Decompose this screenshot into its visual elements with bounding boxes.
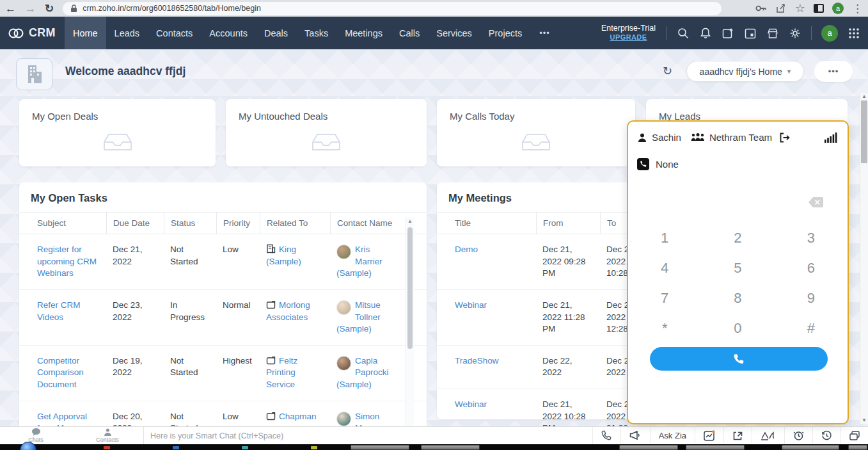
marketplace-icon[interactable] xyxy=(766,27,779,40)
browser-profile-avatar[interactable]: a xyxy=(832,3,844,14)
scroll-up-arrow[interactable]: ▲ xyxy=(406,218,414,224)
tab-accounts[interactable]: Accounts xyxy=(201,17,256,49)
browser-forward-button[interactable]: → xyxy=(25,3,36,14)
dial-key-6[interactable]: 6 xyxy=(775,253,848,283)
scrollbar-thumb[interactable] xyxy=(407,227,413,349)
tab-meetings[interactable]: Meetings xyxy=(336,17,391,49)
settings-gear-icon[interactable] xyxy=(789,27,801,40)
deal-briefcase-icon xyxy=(266,300,276,309)
dial-key-1[interactable]: 1 xyxy=(628,223,701,253)
task-subject-link[interactable]: Competitor Comparison Document xyxy=(37,356,84,389)
search-icon[interactable] xyxy=(677,27,690,40)
call-status-phone-icon xyxy=(637,158,649,170)
dial-key-5[interactable]: 5 xyxy=(701,253,774,283)
zia-signature-button[interactable] xyxy=(752,427,784,445)
share-icon[interactable] xyxy=(775,3,787,14)
tab-leads[interactable]: Leads xyxy=(106,17,148,49)
contact-avatar xyxy=(336,412,351,426)
dial-key-star[interactable]: * xyxy=(628,313,701,343)
call-button[interactable] xyxy=(650,347,828,371)
card-my-open-tasks: My Open Tasks Subject Due Date Status Pr… xyxy=(19,182,427,426)
card-title: My Untouched Deals xyxy=(226,99,427,122)
dial-key-hash[interactable]: # xyxy=(775,313,848,343)
scroll-down-arrow[interactable]: ▼ xyxy=(860,417,868,423)
tab-calls[interactable]: Calls xyxy=(391,17,428,49)
meeting-from: Dec 21, 2022 09:28 PM xyxy=(536,234,600,289)
task-subject-link[interactable]: Refer CRM Videos xyxy=(37,300,81,322)
taskbar-icon[interactable] xyxy=(311,446,317,449)
tab-contacts[interactable]: Contacts xyxy=(148,17,201,49)
meeting-title-link[interactable]: Demo xyxy=(455,245,478,254)
task-related-link[interactable]: Chapman xyxy=(279,412,317,421)
taskbar-icon[interactable] xyxy=(104,446,110,449)
taskbar-icon[interactable] xyxy=(242,446,248,449)
scrollbar-thumb[interactable] xyxy=(861,100,867,163)
announcements-button[interactable] xyxy=(620,427,650,445)
browser-reload-button[interactable]: ↻ xyxy=(45,3,54,14)
trial-badge: Enterprise-Trial UPGRADE xyxy=(601,24,656,42)
taskbar-app-button[interactable] xyxy=(848,445,867,450)
ask-zia-button[interactable]: Ask Zia xyxy=(650,427,695,445)
refresh-icon[interactable]: ↻ xyxy=(663,64,672,78)
meeting-title-link[interactable]: Webinar xyxy=(455,399,487,409)
zoho-logo-icon xyxy=(8,27,24,40)
user-avatar[interactable]: a xyxy=(821,25,838,42)
tab-deals[interactable]: Deals xyxy=(256,17,296,49)
taskbar-app-button[interactable] xyxy=(782,445,839,450)
dial-key-8[interactable]: 8 xyxy=(701,283,774,313)
browser-menu-icon[interactable]: ⋮ xyxy=(852,3,863,14)
zoho-crm-logo[interactable]: CRM xyxy=(0,17,65,49)
tasks-scrollbar[interactable]: ▲ xyxy=(406,217,414,426)
analytics-button[interactable] xyxy=(695,427,723,445)
dial-key-4[interactable]: 4 xyxy=(628,253,701,283)
meeting-title-link[interactable]: Webinar xyxy=(455,300,487,310)
dial-key-7[interactable]: 7 xyxy=(628,283,701,313)
screen-share-button[interactable] xyxy=(723,427,752,445)
quick-create-icon[interactable] xyxy=(722,27,734,40)
calendar-icon[interactable] xyxy=(744,27,757,40)
tab-projects[interactable]: Projects xyxy=(480,17,530,49)
task-subject-link[interactable]: Register for upcoming CRM Webinars xyxy=(37,245,97,278)
tab-tasks[interactable]: Tasks xyxy=(296,17,336,49)
contact-avatar xyxy=(336,245,351,259)
backspace-icon[interactable] xyxy=(809,197,823,207)
dial-key-0[interactable]: 0 xyxy=(701,313,774,343)
taskbar-app-button[interactable] xyxy=(351,445,409,450)
tab-home[interactable]: Home xyxy=(65,17,106,49)
windows-stack-button[interactable] xyxy=(840,427,868,445)
scroll-up-arrow[interactable]: ▲ xyxy=(860,93,868,99)
tasks-table-header: Subject Due Date Status Priority Related… xyxy=(19,212,427,234)
taskbar-app-button[interactable] xyxy=(619,445,678,450)
side-panel-icon[interactable] xyxy=(814,4,824,13)
dial-key-3[interactable]: 3 xyxy=(775,223,848,253)
header-more-button[interactable]: ••• xyxy=(814,61,853,82)
col-title: Title xyxy=(455,213,536,234)
chats-tab[interactable]: Chats xyxy=(0,428,72,443)
upgrade-link[interactable]: UPGRADE xyxy=(601,33,656,42)
task-subject-link[interactable]: Get Apporval from Manager xyxy=(37,412,91,426)
tab-services[interactable]: Services xyxy=(428,17,480,49)
taskbar-app-button[interactable] xyxy=(686,445,745,450)
meeting-title-link[interactable]: TradeShow xyxy=(455,356,499,366)
browser-back-button[interactable]: ← xyxy=(5,3,16,14)
welcome-title: Welcome aaadhcv ffjdj xyxy=(65,65,185,78)
col-priority: Priority xyxy=(216,213,260,234)
address-bar[interactable]: crm.zoho.in/crm/org60018652580/tab/Home/… xyxy=(63,2,722,15)
logout-icon[interactable] xyxy=(779,133,790,143)
key-icon[interactable] xyxy=(754,2,767,15)
taskbar-icon[interactable] xyxy=(173,446,179,449)
smart-chat-input[interactable]: Here is your Smart Chat (Ctrl+Space) xyxy=(144,431,592,440)
dial-key-2[interactable]: 2 xyxy=(701,223,774,253)
tabs-overflow-button[interactable]: ••• xyxy=(530,17,559,49)
bookmark-star-icon[interactable]: ☆ xyxy=(795,3,805,14)
contacts-tab[interactable]: Contacts xyxy=(72,428,143,443)
reminders-button[interactable] xyxy=(784,427,812,445)
dial-key-9[interactable]: 9 xyxy=(775,283,848,313)
taskbar-app-button[interactable] xyxy=(421,445,480,450)
app-grid-icon[interactable] xyxy=(848,27,860,40)
dialer-toggle-button[interactable] xyxy=(592,427,620,445)
history-button[interactable] xyxy=(812,427,840,445)
home-view-selector[interactable]: aaadhcv ffjdj's Home ▾ xyxy=(686,61,804,82)
page-scrollbar[interactable]: ▲ ▼ xyxy=(860,93,868,424)
notifications-bell-icon[interactable] xyxy=(699,27,712,40)
